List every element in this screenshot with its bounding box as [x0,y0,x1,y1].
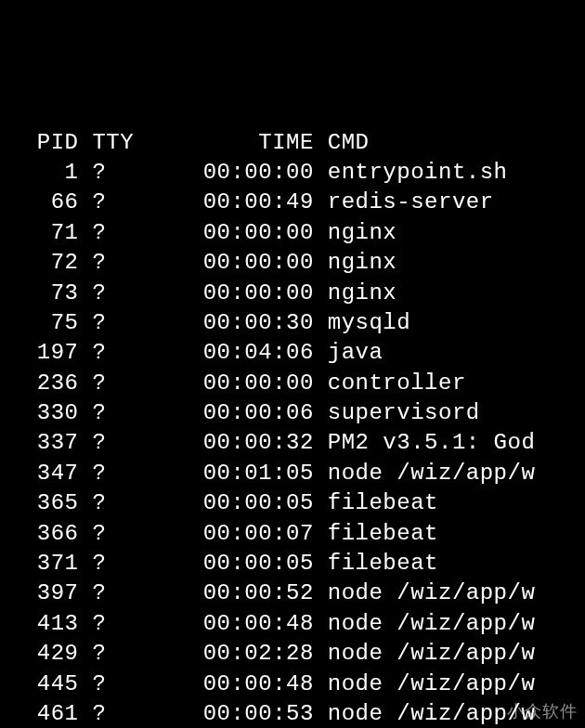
process-row: 337 ? 00:00:32 PM2 v3.5.1: God [9,428,576,458]
process-row: 429 ? 00:02:28 node /wiz/app/w [9,639,576,669]
process-row: 371 ? 00:00:05 filebeat [9,549,576,578]
process-row: 347 ? 00:01:05 node /wiz/app/w [9,459,576,488]
process-row: 445 ? 00:00:48 node /wiz/app/w [9,670,576,699]
process-row: 66 ? 00:00:49 redis-server [9,188,576,217]
process-row: 365 ? 00:00:05 filebeat [9,488,576,518]
process-row: 461 ? 00:00:53 node /wiz/app/w [9,699,576,728]
watermark: 小众软件 [507,700,578,722]
process-row: 330 ? 00:00:06 supervisord [9,398,576,428]
process-row: 413 ? 00:00:48 node /wiz/app/w [9,609,576,639]
process-row: 197 ? 00:04:06 java [9,338,576,368]
process-row: 1 ? 00:00:00 entrypoint.sh [9,158,576,188]
process-row: 366 ? 00:00:07 filebeat [9,519,576,549]
process-row: 397 ? 00:00:52 node /wiz/app/w [9,578,576,608]
terminal-output: PID TTY TIME CMD 1 ? 00:00:00 entrypoint… [9,128,576,728]
process-row: 73 ? 00:00:00 nginx [9,279,576,308]
process-row: 72 ? 00:00:00 nginx [9,248,576,278]
process-row: 236 ? 00:00:00 controller [9,369,576,398]
process-row: 75 ? 00:00:30 mysqld [9,308,576,338]
process-row: 71 ? 00:00:00 nginx [9,218,576,248]
ps-header: PID TTY TIME CMD [9,128,576,158]
